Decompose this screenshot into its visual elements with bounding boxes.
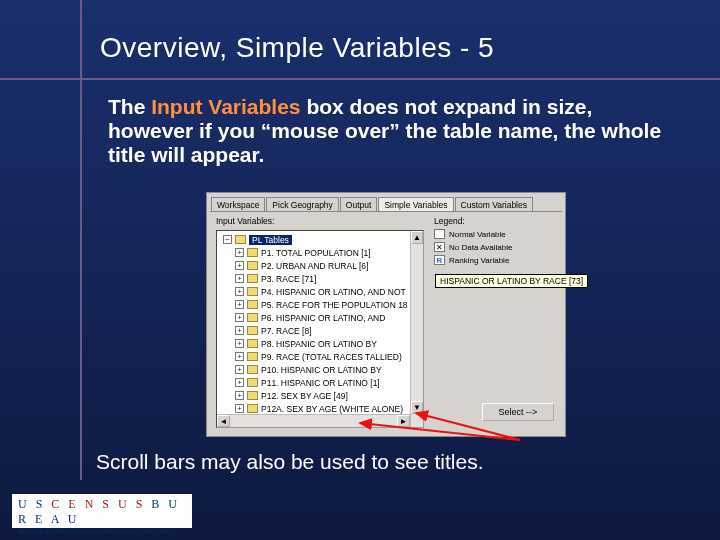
tree-item[interactable]: +P6. HISPANIC OR LATINO, AND [235, 311, 423, 324]
body-paragraph-1: The Input Variables box does not expand … [108, 95, 668, 167]
legend-title: Legend: [434, 216, 556, 226]
folder-icon [247, 274, 258, 283]
tree-item[interactable]: +P10. HISPANIC OR LATINO BY [235, 363, 423, 376]
expand-icon[interactable]: + [235, 404, 244, 413]
tree-item-label: P4. HISPANIC OR LATINO, AND NOT [261, 287, 406, 297]
tab-simple-variables[interactable]: Simple Variables [378, 197, 453, 212]
folder-icon [247, 248, 258, 257]
legend-icon-ranking: R [434, 255, 445, 265]
tree-item[interactable]: +P7. RACE [8] [235, 324, 423, 337]
tree-item[interactable]: +P11. HISPANIC OR LATINO [1] [235, 376, 423, 389]
tree-item-label: P11. HISPANIC OR LATINO [1] [261, 378, 380, 388]
body-paragraph-2: Scroll bars may also be used to see titl… [96, 450, 676, 474]
tree-item-label: P1. TOTAL POPULATION [1] [261, 248, 371, 258]
tree-root-container: − PL Tables +P1. TOTAL POPULATION [1]+P2… [217, 231, 423, 428]
folder-icon [247, 391, 258, 400]
folder-icon [247, 404, 258, 413]
divider-vertical [80, 0, 82, 480]
expand-icon[interactable]: + [235, 313, 244, 322]
tab-pick-geography[interactable]: Pick Geography [266, 197, 338, 212]
logo-line2: Helping You Make Informed Decisions • 19… [18, 527, 186, 535]
tree-item[interactable]: +P1. TOTAL POPULATION [1] [235, 246, 423, 259]
folder-icon [247, 378, 258, 387]
hover-tooltip: HISPANIC OR LATINO BY RACE [73] [435, 274, 588, 288]
legend-label-normal: Normal Variable [449, 230, 506, 239]
expand-icon[interactable]: + [235, 339, 244, 348]
expand-icon[interactable]: + [235, 274, 244, 283]
expand-icon[interactable]: + [235, 378, 244, 387]
input-variables-tree[interactable]: − PL Tables +P1. TOTAL POPULATION [1]+P2… [216, 230, 424, 428]
folder-icon [247, 287, 258, 296]
scroll-right-button[interactable]: ► [397, 415, 410, 427]
expand-icon[interactable]: + [235, 300, 244, 309]
slide-title: Overview, Simple Variables - 5 [100, 32, 494, 64]
scrollbar-horizontal[interactable]: ◄ ► [217, 414, 410, 427]
tab-pane: Input Variables: − PL Tables +P1. TOTAL … [210, 211, 562, 431]
legend-icon-nodata: ✕ [434, 242, 445, 252]
legend-row-nodata: ✕ No Data Available [434, 242, 556, 252]
para1-pre: The [108, 95, 151, 118]
legend-panel: Legend: Normal Variable ✕ No Data Availa… [434, 216, 556, 268]
tree-item-label: P5. RACE FOR THE POPULATION 18 [261, 300, 408, 310]
legend-icon-normal [434, 229, 445, 239]
folder-icon [247, 339, 258, 348]
folder-icon [247, 326, 258, 335]
tab-bar: Workspace Pick Geography Output Simple V… [207, 193, 565, 211]
folder-icon [247, 365, 258, 374]
scroll-down-button[interactable]: ▼ [411, 401, 423, 414]
logo-line1: U S C E N S U S B U R E A U [18, 497, 186, 527]
tab-output[interactable]: Output [340, 197, 378, 212]
select-button[interactable]: Select --> [482, 403, 554, 421]
expand-icon[interactable]: + [235, 326, 244, 335]
tree-item[interactable]: +P2. URBAN AND RURAL [6] [235, 259, 423, 272]
app-window: Workspace Pick Geography Output Simple V… [206, 192, 566, 437]
tab-custom-variables[interactable]: Custom Variables [455, 197, 533, 212]
folder-icon [247, 300, 258, 309]
folder-icon [247, 313, 258, 322]
folder-icon [247, 352, 258, 361]
tree-item-label: P12. SEX BY AGE [49] [261, 391, 348, 401]
expand-icon[interactable]: + [235, 391, 244, 400]
legend-row-normal: Normal Variable [434, 229, 556, 239]
census-logo: U S C E N S U S B U R E A U Helping You … [12, 494, 192, 528]
tree-item[interactable]: +P5. RACE FOR THE POPULATION 18 [235, 298, 423, 311]
tab-workspace[interactable]: Workspace [211, 197, 265, 212]
tree-item-label: P3. RACE [71] [261, 274, 316, 284]
scrollbar-vertical[interactable]: ▲ ▼ [410, 231, 423, 427]
folder-icon [247, 261, 258, 270]
expand-icon[interactable]: + [235, 248, 244, 257]
legend-label-ranking: Ranking Variable [449, 256, 509, 265]
expand-icon[interactable]: + [235, 261, 244, 270]
tree-item[interactable]: +P9. RACE (TOTAL RACES TALLIED) [235, 350, 423, 363]
tree-item-label: P7. RACE [8] [261, 326, 312, 336]
scroll-up-button[interactable]: ▲ [411, 231, 423, 244]
tree-item[interactable]: +P8. HISPANIC OR LATINO BY [235, 337, 423, 350]
tree-root-label: PL Tables [249, 235, 292, 245]
tree-item-label: P6. HISPANIC OR LATINO, AND [261, 313, 385, 323]
divider-horizontal [0, 78, 720, 80]
scroll-left-button[interactable]: ◄ [217, 415, 230, 427]
logo-part2: C E N S U S [51, 497, 145, 511]
tree-item-label: P12A. SEX BY AGE (WHITE ALONE) [261, 404, 403, 414]
collapse-icon[interactable]: − [223, 235, 232, 244]
expand-icon[interactable]: + [235, 352, 244, 361]
legend-label-nodata: No Data Available [449, 243, 512, 252]
tree-item[interactable]: +P3. RACE [71] [235, 272, 423, 285]
logo-part1: U S [18, 497, 51, 511]
tree-item-label: P8. HISPANIC OR LATINO BY [261, 339, 377, 349]
expand-icon[interactable]: + [235, 365, 244, 374]
tree-item-label: P2. URBAN AND RURAL [6] [261, 261, 368, 271]
tree-item-label: P9. RACE (TOTAL RACES TALLIED) [261, 352, 402, 362]
tree-root-node[interactable]: − PL Tables [223, 233, 423, 246]
tree-item-label: P10. HISPANIC OR LATINO BY [261, 365, 382, 375]
tree-item[interactable]: +P4. HISPANIC OR LATINO, AND NOT [235, 285, 423, 298]
legend-row-ranking: R Ranking Variable [434, 255, 556, 265]
tree-item[interactable]: +P12. SEX BY AGE [49] [235, 389, 423, 402]
expand-icon[interactable]: + [235, 287, 244, 296]
folder-icon [235, 235, 246, 244]
para1-highlight: Input Variables [151, 95, 300, 118]
